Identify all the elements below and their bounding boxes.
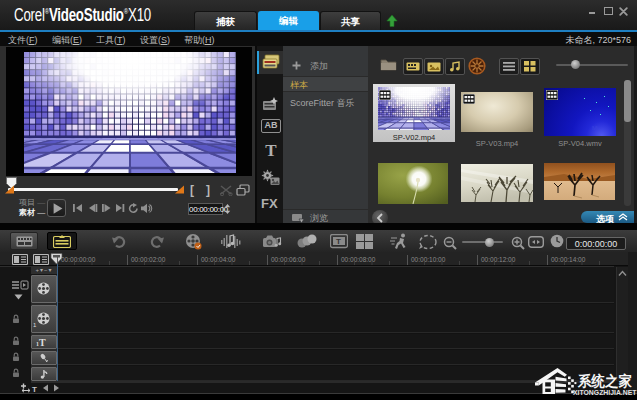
svg-text:T: T bbox=[336, 237, 341, 246]
svg-text:00:00:02:00: 00:00:02:00 bbox=[131, 256, 166, 263]
svg-text:00:00:12:00: 00:00:12:00 bbox=[481, 256, 516, 263]
svg-text:T: T bbox=[32, 385, 37, 393]
svg-text:00:00:06:00: 00:00:06:00 bbox=[271, 256, 306, 263]
svg-text:00:00:08:00: 00:00:08:00 bbox=[341, 256, 376, 263]
svg-text:Mi: Mi bbox=[592, 125, 598, 131]
svg-text:00:00:00:00: 00:00:00:00 bbox=[61, 256, 96, 263]
svg-text:系统之家: 系统之家 bbox=[577, 373, 632, 389]
svg-text:00:00:04:00: 00:00:04:00 bbox=[201, 256, 236, 263]
svg-text:00:00:14:00: 00:00:14:00 bbox=[551, 256, 586, 263]
svg-text:XITONGZHIJIA.NET: XITONGZHIJIA.NET bbox=[573, 388, 637, 397]
svg-text:00:00:10:00: 00:00:10:00 bbox=[411, 256, 446, 263]
